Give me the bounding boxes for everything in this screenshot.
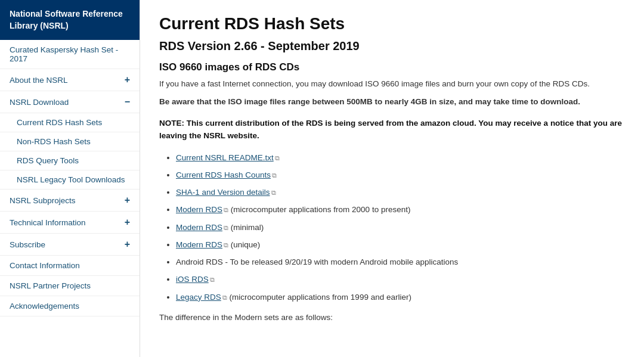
list-item: Android RDS - To be released 9/20/19 wit… [176, 256, 625, 268]
sidebar-item-nsrl-subprojects[interactable]: NSRL Subprojects+ [0, 190, 140, 212]
external-link-icon: ⧉ [275, 154, 280, 162]
sidebar-item-technical-info[interactable]: Technical Information+ [0, 212, 140, 234]
version-title: RDS Version 2.66 - September 2019 [159, 39, 625, 53]
sidebar-item-about[interactable]: About the NSRL+ [0, 69, 140, 91]
list-item: iOS RDS⧉ [176, 274, 625, 285]
sidebar-item-nsrl-legacy[interactable]: NSRL Legacy Tool Downloads [0, 170, 140, 190]
footer-text: The difference in the Modern sets are as… [159, 313, 625, 322]
list-item: Modern RDS⧉ (microcomputer applications … [176, 204, 625, 216]
sidebar-item-rds-query[interactable]: RDS Query Tools [0, 151, 140, 170]
plus-icon: + [125, 74, 130, 85]
sidebar-item-subscribe[interactable]: Subscribe+ [0, 234, 140, 256]
sidebar-item-label: Contact Information [10, 261, 80, 270]
section-title: ISO 9660 images of RDS CDs [159, 61, 625, 73]
link-readme[interactable]: Current NSRL README.txt [176, 153, 274, 162]
sidebar: National Software Reference Library (NSR… [0, 0, 140, 357]
link-ios-rds[interactable]: iOS RDS [176, 275, 209, 284]
link-modern-rds-min[interactable]: Modern RDS [176, 223, 222, 232]
list-item: Current RDS Hash Counts⧉ [176, 169, 625, 181]
link-legacy-rds[interactable]: Legacy RDS [176, 293, 221, 302]
sidebar-item-label: NSRL Subprojects [10, 196, 76, 205]
page-title: Current RDS Hash Sets [159, 14, 625, 33]
sidebar-item-acknowledgements[interactable]: Acknowledgements [0, 296, 140, 316]
link-modern-rds-unique[interactable]: Modern RDS [176, 240, 222, 249]
external-link-icon: ⧉ [272, 172, 277, 179]
sidebar-item-label: About the NSRL [10, 76, 68, 85]
external-link-icon: ⧉ [224, 206, 228, 213]
plus-icon: + [125, 239, 130, 250]
intro-text: If you have a fast Internet connection, … [159, 78, 625, 90]
warning-bold: Be aware that the ISO image files range … [159, 97, 580, 106]
list-item: Modern RDS⧉ (minimal) [176, 222, 625, 234]
list-item: SHA-1 and Version details⧉ [176, 187, 625, 198]
link-list: Current NSRL README.txt⧉Current RDS Hash… [159, 152, 625, 303]
sidebar-item-kaspersky[interactable]: Curated Kaspersky Hash Set - 2017 [0, 40, 140, 69]
plus-icon: + [125, 195, 130, 206]
sidebar-item-label: NSRL Download [10, 98, 69, 107]
sidebar-item-label: Subscribe [10, 240, 45, 249]
external-link-icon: ⧉ [210, 276, 215, 283]
notice-text: NOTE: This current distribution of the R… [159, 117, 625, 142]
warning-text: Be aware that the ISO image files range … [159, 96, 625, 108]
sidebar-item-contact-info[interactable]: Contact Information [0, 256, 140, 276]
link-hash-counts[interactable]: Current RDS Hash Counts [176, 170, 271, 179]
link-modern-rds-micro[interactable]: Modern RDS [176, 205, 222, 214]
list-item: Legacy RDS⧉ (microcomputer applications … [176, 291, 625, 303]
sidebar-items: Curated Kaspersky Hash Set - 2017About t… [0, 40, 140, 316]
sidebar-header: National Software Reference Library (NSR… [0, 0, 140, 40]
list-item: Modern RDS⧉ (unique) [176, 239, 625, 251]
external-link-icon: ⧉ [224, 224, 228, 231]
list-item: Current NSRL README.txt⧉ [176, 152, 625, 164]
sidebar-item-label: NSRL Partner Projects [10, 281, 91, 290]
link-sha1[interactable]: SHA-1 and Version details [176, 188, 270, 197]
external-link-icon: ⧉ [271, 189, 276, 196]
sidebar-item-nsrl-download[interactable]: NSRL Download− [0, 91, 140, 113]
sidebar-item-current-rds[interactable]: Current RDS Hash Sets [0, 113, 140, 132]
sidebar-item-non-rds[interactable]: Non-RDS Hash Sets [0, 132, 140, 151]
sidebar-item-label: Technical Information [10, 218, 86, 227]
external-link-icon: ⧉ [222, 294, 227, 301]
plus-icon: + [125, 217, 130, 228]
external-link-icon: ⧉ [224, 241, 228, 249]
main-content: Current RDS Hash Sets RDS Version 2.66 -… [140, 0, 644, 357]
sidebar-item-nsrl-partner[interactable]: NSRL Partner Projects [0, 276, 140, 296]
sidebar-item-label: Curated Kaspersky Hash Set - 2017 [10, 45, 130, 63]
sidebar-item-label: Acknowledgements [10, 302, 79, 311]
minus-icon: − [125, 97, 130, 107]
